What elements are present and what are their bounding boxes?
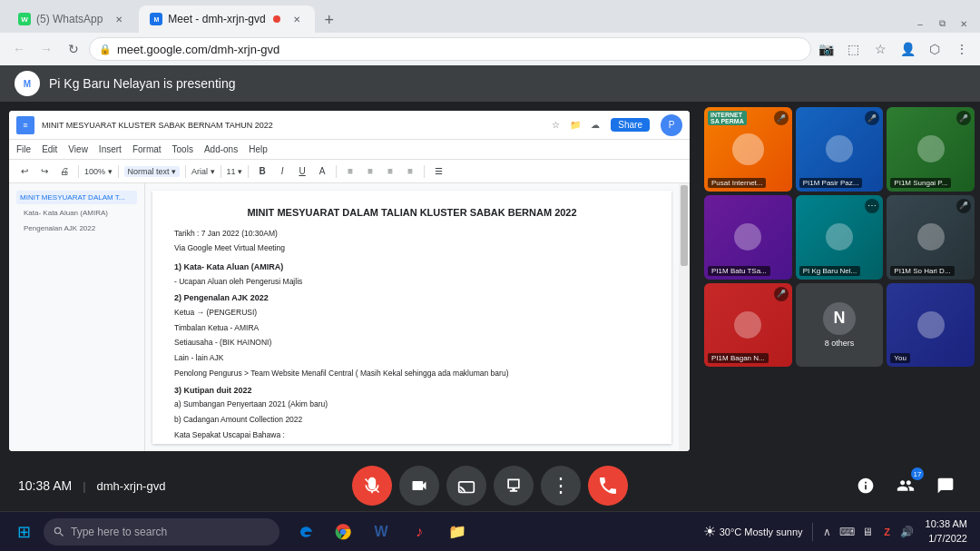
taskbar-app-music[interactable]: ♪ [401,514,437,550]
participant-tile-4[interactable]: PI1M Batu TSa... [704,195,792,280]
more-options-button[interactable]: ⋮ [541,466,581,506]
menu-format[interactable]: Format [132,144,162,154]
participants-grid: INTERNETSA PERMA 🎤 Pusat Internet... 🎤 P… [699,102,980,460]
align-center[interactable]: ≡ [362,163,378,180]
docs-star-icon[interactable]: ☆ [547,117,564,133]
tab-whatsapp[interactable]: W (5) WhatsApp ✕ [7,5,137,33]
chat-button[interactable] [929,469,962,502]
menu-help[interactable]: Help [249,144,268,154]
close-button[interactable]: ✕ [955,15,973,33]
underline-button[interactable]: U [294,163,310,180]
profile-icon[interactable]: 👤 [897,38,918,60]
docs-scrollbar[interactable] [679,183,690,451]
browser-action-icons: 📷 ⬚ ☆ 👤 ⬡ ⋮ [815,38,973,60]
taskbar-app-edge[interactable] [287,514,323,550]
info-button[interactable] [849,469,882,502]
taskbar-search-bar[interactable]: Type here to search [44,518,279,546]
chevron-up-icon[interactable]: ∧ [818,523,837,541]
align-left[interactable]: ≡ [342,163,358,180]
docs-menu-bar: File Edit View Insert Format Tools Add-o… [9,140,690,160]
start-button[interactable]: ⊞ [7,516,40,548]
camera-button[interactable] [399,466,439,506]
doc-content-2a: Ketua → (PENGERUSI) [174,307,650,319]
bold-button[interactable]: B [254,163,270,180]
meet-main-area: ≡ MINIT MESYUARAT KLUSTER SABAK BERNAM T… [0,102,980,460]
zoom-selector[interactable]: 100% ▾ [84,167,113,176]
outline-item-2[interactable]: Kata- Kata Aluan (AMIRA) [16,206,137,220]
docs-move-icon[interactable]: 📁 [567,117,583,133]
italic-button[interactable]: I [274,163,290,180]
taskbar-system-tray: ☀ 30°C Mostly sunny ∧ ⌨ 🖥 Z 🔊 10:38 AM 1… [698,517,973,546]
cast-button[interactable] [446,466,486,506]
taskbar-app-word[interactable]: W [363,514,399,550]
undo-button[interactable]: ↩ [16,163,33,180]
menu-tools[interactable]: Tools [172,144,193,154]
font-selector[interactable]: Arial ▾ [191,167,215,176]
internet-label: INTERNETSA PERMA [708,111,747,125]
participant-tile-5[interactable]: ⋯ PI Kg Baru Nel... [796,195,884,280]
back-button[interactable]: ← [7,37,31,61]
align-justify[interactable]: ≡ [402,163,418,180]
menu-file[interactable]: File [16,144,31,154]
more-options-5[interactable]: ⋯ [865,199,879,213]
network-icon[interactable]: 🖥 [858,523,877,541]
print-button[interactable]: 🖨 [56,163,73,180]
taskbar-clock[interactable]: 10:38 AM 1/7/2022 [920,517,973,546]
cast-icon[interactable]: ⬚ [842,38,864,60]
participant-tile-you[interactable]: You [887,283,975,368]
docs-format-bar: ↩ ↪ 🖨 100% ▾ Normal text ▾ Arial ▾ 11 ▾ … [9,160,690,183]
new-tab-button[interactable]: + [317,7,342,33]
participant-tile-1[interactable]: INTERNETSA PERMA 🎤 Pusat Internet... [704,107,792,192]
tab-meet[interactable]: M Meet - dmh-xrjn-gvd ✕ [139,5,314,33]
redo-button[interactable]: ↪ [36,163,53,180]
participant-tile-6[interactable]: 🎤 PI1M So Hari D... [887,195,975,280]
minimize-button[interactable]: – [911,15,929,33]
docs-document[interactable]: MINIT MESYUARAT DALAM TALIAN KLUSTER SAB… [152,191,671,444]
restore-button[interactable]: ⧉ [933,15,951,33]
participant-tile-7[interactable]: 🎤 PI1M Bagan N... [704,283,792,368]
menu-edit[interactable]: Edit [42,144,57,154]
tab-meet-close[interactable]: ✕ [289,12,304,26]
font-size-selector[interactable]: 11 ▾ [227,167,243,176]
align-right[interactable]: ≡ [382,163,398,180]
window-controls: – ⧉ ✕ [911,15,973,33]
menu-insert[interactable]: Insert [99,144,122,154]
volume-icon[interactable]: 🔊 [898,523,916,541]
normal-text-selector[interactable]: Normal text ▾ [124,166,181,177]
bookmark-icon[interactable]: ☆ [869,38,891,60]
forward-button[interactable]: → [34,37,58,61]
docs-share-button[interactable]: Share [611,118,650,132]
people-button[interactable]: 17 [889,469,922,502]
participant-name-3: PI1M Sungai P... [890,178,951,188]
doc-content-1: - Ucapan Aluan oleh Pengerusi Majlis [174,276,650,288]
camera-permission-icon[interactable]: 📷 [815,38,837,60]
taskbar-app-files[interactable]: 📁 [439,514,475,550]
mute-button[interactable] [352,466,392,506]
menu-view[interactable]: View [68,144,88,154]
docs-status-icon[interactable]: ☁ [587,117,603,133]
meet-notification-bar: M Pi Kg Baru Nelayan is presenting [0,65,980,102]
keyboard-icon[interactable]: ⌨ [838,523,857,541]
present-button[interactable] [494,466,534,506]
menu-addons[interactable]: Add-ons [204,144,238,154]
address-bar[interactable]: 🔒 meet.google.com/dmh-xrjn-gvd [89,37,811,61]
end-call-button[interactable] [588,466,628,506]
doc-content-3a: a) Sumbangan Penyertaan 2021 (Akim baru) [174,398,650,410]
refresh-button[interactable]: ↻ [62,37,85,61]
color-button[interactable]: A [314,163,330,180]
menu-icon[interactable]: ⋮ [951,38,973,60]
taskbar-app-chrome[interactable] [325,514,361,550]
participant-tile-2[interactable]: 🎤 PI1M Pasir Paz... [796,107,884,192]
google-docs-container: ≡ MINIT MESYUARAT KLUSTER SABAK BERNAM T… [9,111,690,451]
participant-tile-3[interactable]: 🎤 PI1M Sungai P... [887,107,975,192]
tab-whatsapp-close[interactable]: ✕ [112,12,126,26]
people-count-badge: 17 [911,467,924,480]
extensions-icon[interactable]: ⬡ [924,38,946,60]
meet-info-section: 10:38 AM | dmh-xrjn-gvd [18,478,200,493]
list-button[interactable]: ☰ [430,163,446,180]
outline-item-3[interactable]: Pengenalan AJK 2022 [16,221,137,235]
participant-tile-others[interactable]: N 8 others [796,283,884,368]
fmt-separator-3 [185,165,186,178]
outline-item-1[interactable]: MINIT MESYUARAT DALAM T... [16,191,137,204]
participant-name-5: PI Kg Baru Nel... [799,266,861,276]
